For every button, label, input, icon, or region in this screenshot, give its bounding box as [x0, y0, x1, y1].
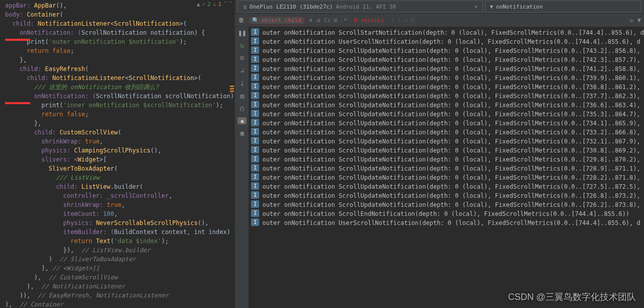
log-text: outer onNotification ScrollUpdateNotific… [262, 55, 640, 64]
log-level-badge: I [251, 64, 259, 72]
trash-icon[interactable]: 🗑 [238, 17, 245, 24]
settings-icon[interactable]: ⎄ [630, 17, 633, 24]
code-token: onNotification: ( [5, 29, 82, 36]
log-level-badge: I [251, 218, 259, 226]
code-token: }, [5, 56, 27, 63]
log-line[interactable]: Iouter onNotification ScrollUpdateNotifi… [251, 128, 644, 137]
code-token: child: [5, 20, 38, 27]
regex-toggle[interactable]: .* [340, 17, 347, 24]
code-token: ) { [227, 228, 235, 236]
filter-icon[interactable]: ▼ [637, 17, 641, 24]
log-line[interactable]: Iouter onNotification ScrollUpdateNotifi… [251, 55, 644, 64]
device-toolbar: ▯ OnePlus LE2110 (31bde27c) Android 11, … [235, 0, 644, 14]
pause-button[interactable]: ❚❚ [238, 29, 247, 37]
code-token: ), [5, 301, 20, 308]
code-area[interactable]: appBar: AppBar(),body: Container( child:… [0, 0, 235, 308]
phone-icon: ▯ [243, 4, 247, 10]
log-line[interactable]: Iouter onNotification ScrollUpdateNotifi… [251, 137, 644, 146]
log-line[interactable]: Iouter onNotification ScrollUpdateNotifi… [251, 155, 644, 164]
code-token: , [187, 228, 194, 236]
code-token: , [121, 201, 125, 208]
history-icon[interactable]: ↺ [316, 17, 320, 24]
record-button[interactable]: ▣ [240, 129, 244, 137]
code-token: < [125, 74, 128, 82]
layout-icon[interactable]: ⊟ [240, 54, 244, 62]
code-token: CustomScrollView [59, 129, 118, 136]
screenshot-button[interactable]: ◉ [237, 117, 247, 124]
log-output[interactable]: Iouter onNotification ScrollStartNotific… [249, 27, 644, 308]
code-token: ScrollNotification scrollNotification [96, 93, 230, 100]
log-level-badge: I [251, 191, 259, 199]
code-token: 'outer onNotification $notification' [49, 38, 180, 45]
log-level-badge: I [251, 92, 259, 99]
code-token: ; [70, 47, 74, 54]
log-level-badge: I [251, 46, 259, 54]
code-token: // NotificationListener [41, 283, 125, 290]
log-text: outer onNotification ScrollUpdateNotific… [262, 173, 640, 182]
prev-result-button[interactable]: ↑ [391, 17, 394, 24]
log-line[interactable]: Iouter onNotification ScrollUpdateNotifi… [251, 191, 644, 200]
log-line[interactable]: Iouter onNotification ScrollUpdateNotifi… [251, 200, 644, 209]
code-token: // <Widget>[] [52, 265, 100, 272]
code-token: 100 [103, 210, 114, 217]
code-token: physics: [5, 147, 74, 154]
scroll-end-icon[interactable]: ⤓ [239, 80, 245, 87]
split-icon[interactable]: ▤ [240, 92, 244, 100]
log-level-badge: I [251, 101, 259, 108]
device-selector[interactable]: ▯ OnePlus LE2110 (31bde27c) Android 11, … [237, 1, 483, 13]
code-token: onNotification: ( [5, 93, 96, 100]
log-line[interactable]: Iouter onNotification ScrollUpdateNotifi… [251, 64, 644, 73]
code-token: true [107, 201, 121, 208]
code-token: < [111, 20, 114, 27]
chevron-down-icon: ▾ [474, 4, 478, 10]
log-line[interactable]: Iouter onNotification ScrollUpdateNotifi… [251, 46, 644, 55]
log-line[interactable]: Iouter onNotification ScrollUpdateNotifi… [251, 101, 644, 110]
log-line[interactable]: Iouter onNotification UserScrollNotifica… [251, 218, 644, 227]
select-all-button[interactable]: ▭ [405, 17, 408, 24]
log-text: outer onNotification ScrollEndNotificati… [262, 209, 629, 218]
code-token: AppBar [34, 2, 56, 9]
watermark: CSDN @三翼鸟数字化技术团队 [508, 291, 636, 303]
log-line[interactable]: Iouter onNotification ScrollStartNotific… [251, 28, 644, 37]
restart-button[interactable]: ↻ [240, 42, 244, 49]
wrap-icon[interactable]: ↲ [240, 67, 244, 74]
log-text: outer onNotification ScrollUpdateNotific… [262, 146, 640, 155]
log-line[interactable]: Iouter onNotification ScrollUpdateNotifi… [251, 119, 644, 128]
next-result-button[interactable]: ↓ [397, 17, 401, 24]
log-line[interactable]: Iouter onNotification UserScrollNotifica… [251, 37, 644, 46]
log-line[interactable]: Iouter onNotification ScrollUpdateNotifi… [251, 146, 644, 155]
log-line[interactable]: Iouter onNotification ScrollUpdateNotifi… [251, 110, 644, 119]
code-token: controller: [5, 192, 107, 199]
log-level-badge: I [251, 209, 259, 217]
log-line[interactable]: Iouter onNotification ScrollUpdateNotifi… [251, 182, 644, 191]
print-icon[interactable]: ⎙ [240, 105, 244, 112]
code-token: }, [5, 120, 41, 127]
search-input[interactable]: 🔍 object child [249, 16, 304, 25]
code-token: child: [5, 183, 82, 190]
code-token: SliverToBoxAdapter [49, 165, 114, 172]
log-text: outer onNotification ScrollUpdateNotific… [262, 128, 640, 137]
close-search-icon[interactable]: × [309, 17, 312, 24]
code-token: ( [111, 238, 114, 245]
match-case-toggle[interactable]: Cc [324, 17, 331, 24]
code-editor-panel[interactable]: ▲ ✓ 2 ⚠ 1 ˆ ˇ appBar: AppBar(),body: Con… [0, 0, 235, 308]
device-name: OnePlus LE2110 (31bde27c) [250, 4, 333, 10]
log-line[interactable]: Iouter onNotification ScrollUpdateNotifi… [251, 73, 644, 83]
funnel-icon: ▼ [490, 4, 493, 10]
log-line[interactable]: Iouter onNotification ScrollUpdateNotifi… [251, 173, 644, 182]
log-filter-input[interactable]: ▼ onNotification [485, 1, 641, 13]
words-toggle[interactable]: W [334, 17, 338, 24]
code-token [5, 47, 27, 54]
code-token [5, 111, 41, 118]
code-token: shrinkWrap: [5, 201, 107, 208]
code-token: , [114, 210, 118, 217]
log-line[interactable]: Iouter onNotification ScrollEndNotificat… [251, 209, 644, 218]
log-level-badge: I [251, 137, 259, 144]
log-text: outer onNotification ScrollUpdateNotific… [262, 164, 640, 173]
log-line[interactable]: Iouter onNotification ScrollUpdateNotifi… [251, 164, 644, 173]
code-token: ListView [82, 183, 111, 190]
log-line[interactable]: Iouter onNotification ScrollUpdateNotifi… [251, 83, 644, 92]
add-selection-button[interactable]: ⎘ [411, 17, 415, 24]
log-line[interactable]: Iouter onNotification ScrollUpdateNotifi… [251, 92, 644, 101]
code-token: ; [85, 111, 89, 118]
